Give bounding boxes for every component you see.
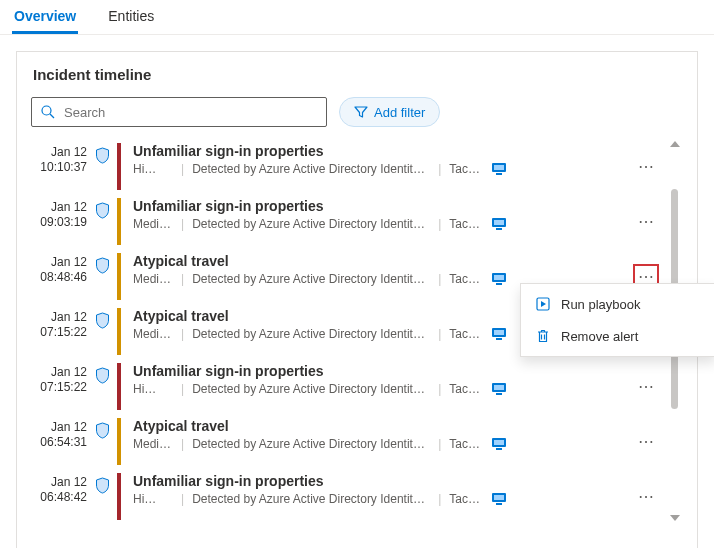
timeline-row[interactable]: Jan 1207:15:22Unfamiliar sign-in propert…	[27, 359, 663, 414]
row-content: Atypical travelMedi…|Detected by Azure A…	[133, 414, 629, 469]
tab-entities[interactable]: Entities	[106, 0, 156, 34]
severity-bar	[117, 253, 121, 300]
detected-by: Detected by Azure Active Directory Ident…	[192, 382, 430, 396]
more-actions-button[interactable]: ⋯	[633, 484, 659, 510]
alert-title: Unfamiliar sign-in properties	[133, 363, 629, 379]
tactics-text: Tacti…	[449, 327, 483, 341]
severity-text: Medi…	[133, 327, 173, 341]
playbook-icon	[535, 296, 551, 312]
more-actions-button[interactable]: ⋯	[633, 374, 659, 400]
severity-text: Hi…	[133, 162, 173, 176]
row-content: Unfamiliar sign-in propertiesHi…|Detecte…	[133, 139, 629, 194]
svg-rect-19	[496, 448, 502, 450]
severity-text: Medi…	[133, 272, 173, 286]
severity-text: Hi…	[133, 492, 173, 506]
svg-rect-9	[494, 275, 504, 280]
scroll-up-arrow[interactable]	[670, 141, 680, 147]
severity-bar	[117, 473, 121, 520]
shield-icon	[87, 249, 117, 304]
filter-icon	[354, 105, 368, 119]
search-icon	[40, 104, 56, 120]
severity-bar	[117, 143, 121, 190]
detected-by: Detected by Azure Active Directory Ident…	[192, 217, 430, 231]
add-filter-button[interactable]: Add filter	[339, 97, 440, 127]
monitor-icon	[491, 327, 507, 341]
svg-rect-7	[496, 228, 502, 230]
svg-rect-4	[496, 173, 502, 175]
severity-text: Medi…	[133, 437, 173, 451]
alert-title: Unfamiliar sign-in properties	[133, 473, 629, 489]
scroll-down-arrow[interactable]	[670, 515, 680, 521]
svg-rect-12	[494, 330, 504, 335]
timestamp: Jan 1210:10:37	[33, 139, 87, 194]
context-menu: Run playbook Remove alert	[520, 283, 714, 357]
svg-point-0	[42, 106, 51, 115]
shield-icon	[87, 414, 117, 469]
menu-remove-alert[interactable]: Remove alert	[521, 320, 714, 352]
trash-icon	[535, 328, 551, 344]
timestamp: Jan 1206:48:42	[33, 469, 87, 524]
monitor-icon	[491, 437, 507, 451]
svg-rect-15	[494, 385, 504, 390]
severity-bar	[117, 308, 121, 355]
svg-rect-6	[494, 220, 504, 225]
timeline-row[interactable]: Jan 1206:48:42Unfamiliar sign-in propert…	[27, 469, 663, 524]
severity-text: Medi…	[133, 217, 173, 231]
menu-remove-label: Remove alert	[561, 329, 638, 344]
detected-by: Detected by Azure Active Directory Ident…	[192, 162, 430, 176]
monitor-icon	[491, 162, 507, 176]
severity-bar	[117, 198, 121, 245]
svg-rect-10	[496, 283, 502, 285]
monitor-icon	[491, 217, 507, 231]
timestamp: Jan 1208:48:46	[33, 249, 87, 304]
shield-icon	[87, 194, 117, 249]
shield-icon	[87, 139, 117, 194]
row-content: Unfamiliar sign-in propertiesMedi…|Detec…	[133, 194, 629, 249]
alert-title: Atypical travel	[133, 418, 629, 434]
tab-bar: Overview Entities	[0, 0, 714, 35]
timeline-row[interactable]: Jan 1206:54:31Atypical travelMedi…|Detec…	[27, 414, 663, 469]
svg-line-1	[50, 114, 54, 118]
severity-bar	[117, 418, 121, 465]
tactics-text: Tacti…	[449, 217, 483, 231]
row-content: Unfamiliar sign-in propertiesHi…|Detecte…	[133, 359, 629, 414]
severity-text: Hi…	[133, 382, 173, 396]
timestamp: Jan 1207:15:22	[33, 304, 87, 359]
panel-title: Incident timeline	[27, 66, 687, 83]
menu-run-label: Run playbook	[561, 297, 641, 312]
svg-rect-21	[494, 495, 504, 500]
monitor-icon	[491, 492, 507, 506]
shield-icon	[87, 469, 117, 524]
monitor-icon	[491, 272, 507, 286]
tactics-text: Tacti…	[449, 437, 483, 451]
svg-rect-13	[496, 338, 502, 340]
search-input[interactable]	[64, 105, 318, 120]
row-content: Unfamiliar sign-in propertiesHi…|Detecte…	[133, 469, 629, 524]
detected-by: Detected by Azure Active Directory Ident…	[192, 437, 430, 451]
severity-bar	[117, 363, 121, 410]
timestamp: Jan 1207:15:22	[33, 359, 87, 414]
alert-title: Atypical travel	[133, 253, 629, 269]
detected-by: Detected by Azure Active Directory Ident…	[192, 272, 430, 286]
tactics-text: Tacti…	[449, 492, 483, 506]
more-actions-button[interactable]: ⋯	[633, 429, 659, 455]
tactics-text: Tacti…	[449, 382, 483, 396]
menu-run-playbook[interactable]: Run playbook	[521, 288, 714, 320]
shield-icon	[87, 304, 117, 359]
svg-rect-22	[496, 503, 502, 505]
svg-rect-3	[494, 165, 504, 170]
more-actions-button[interactable]: ⋯	[633, 209, 659, 235]
monitor-icon	[491, 382, 507, 396]
timestamp: Jan 1206:54:31	[33, 414, 87, 469]
tactics-text: Tacti…	[449, 162, 483, 176]
svg-rect-18	[494, 440, 504, 445]
detected-by: Detected by Azure Active Directory Ident…	[192, 327, 430, 341]
timeline-row[interactable]: Jan 1210:10:37Unfamiliar sign-in propert…	[27, 139, 663, 194]
more-actions-button[interactable]: ⋯	[633, 154, 659, 180]
search-box[interactable]	[31, 97, 327, 127]
timeline-row[interactable]: Jan 1209:03:19Unfamiliar sign-in propert…	[27, 194, 663, 249]
tactics-text: Tacti…	[449, 272, 483, 286]
alert-title: Unfamiliar sign-in properties	[133, 198, 629, 214]
tab-overview[interactable]: Overview	[12, 0, 78, 34]
alert-title: Unfamiliar sign-in properties	[133, 143, 629, 159]
